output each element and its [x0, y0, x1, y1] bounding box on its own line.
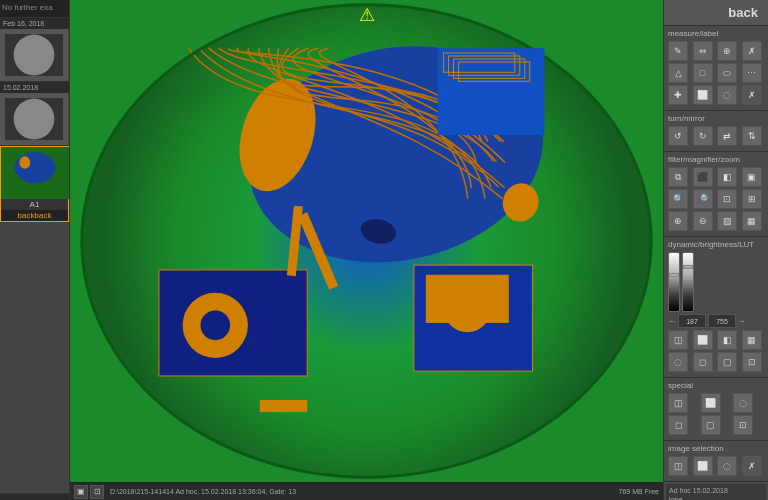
thumb-label-3: A1	[1, 199, 68, 210]
filter-icon-7[interactable]: ⊡	[717, 189, 737, 209]
slider-value-right[interactable]	[708, 314, 736, 328]
thumb-date-1: Feb 16, 2018	[0, 18, 69, 29]
filter-icon-8[interactable]: ⊞	[742, 189, 762, 209]
thumb-canvas-1	[0, 29, 68, 81]
dynamic-icon-5[interactable]: ◌	[668, 352, 688, 372]
measure-icon-12[interactable]: ✗	[742, 85, 762, 105]
dynamic-icon-1[interactable]: ◫	[668, 330, 688, 350]
measure-icon-row-3: ✚ ⬜ ◌ ✗	[668, 85, 764, 105]
slider-value-left[interactable]	[678, 314, 706, 328]
special-icon-3[interactable]: ◌	[733, 393, 753, 413]
filter-icon-12[interactable]: ▦	[742, 211, 762, 231]
special-icon-row-2: ◻ ▢ ⊡	[668, 415, 764, 435]
dynamic-icon-4[interactable]: ▦	[742, 330, 762, 350]
dynamic-icon-6[interactable]: ◻	[693, 352, 713, 372]
dual-slider-row	[668, 252, 764, 312]
filter-icon-5[interactable]: 🔍	[668, 189, 688, 209]
measure-icon-8[interactable]: ⋯	[742, 63, 762, 83]
section-filter: filter/magnifier/zoom ⧉ ⬛ ◧ ▣ 🔍 🔎 ⊡ ⊞ ⊕ …	[664, 152, 768, 237]
slider-left[interactable]	[668, 252, 680, 312]
measure-icon-row-1: ✎ ⇔ ⊕ ✗	[668, 41, 764, 61]
measure-icon-1[interactable]: ✎	[668, 41, 688, 61]
right-panel: back measure/label ✎ ⇔ ⊕ ✗ △ □ ⬭ ⋯ ✚ ⬜ ◌…	[663, 0, 768, 500]
bottom-icon-2[interactable]: ⊡	[90, 485, 104, 499]
special-icon-1[interactable]: ◫	[668, 393, 688, 413]
back-button[interactable]: back	[724, 3, 762, 22]
measure-icon-10[interactable]: ⬜	[693, 85, 713, 105]
dynamic-icon-row-1: ◫ ⬜ ◧ ▦	[668, 330, 764, 350]
special-icon-row-1: ◫ ⬜ ◌	[668, 393, 764, 413]
special-icon-5[interactable]: ▢	[701, 415, 721, 435]
special-icon-6[interactable]: ⊡	[733, 415, 753, 435]
section-measure-title: measure/label	[668, 29, 764, 38]
xray-main-image	[70, 0, 663, 482]
thumb-canvas-2	[0, 93, 68, 145]
xray-canvas-container: ⚠	[70, 0, 663, 482]
section-special: special ◫ ⬜ ◌ ◻ ▢ ⊡	[664, 378, 768, 441]
filter-icon-1[interactable]: ⧉	[668, 167, 688, 187]
measure-icon-11[interactable]: ◌	[717, 85, 737, 105]
main-area: ⚠ ▣ ⊡ D:\2018\215-141414 Ad hoc, 15.02.2…	[70, 0, 663, 500]
filter-icon-row-3: ⊕ ⊖ ▨ ▦	[668, 211, 764, 231]
measure-icon-3[interactable]: ⊕	[717, 41, 737, 61]
filter-icon-11[interactable]: ▨	[717, 211, 737, 231]
image-select-icon-4[interactable]: ✗	[742, 456, 762, 476]
bottom-bar: ▣ ⊡ D:\2018\215-141414 Ad hoc, 15.02.201…	[70, 482, 663, 500]
filter-icon-row-2: 🔍 🔎 ⊡ ⊞	[668, 189, 764, 209]
right-header: back	[664, 0, 768, 26]
measure-icon-4[interactable]: ✗	[742, 41, 762, 61]
warning-icon: ⚠	[359, 4, 375, 26]
turn-icon-1[interactable]: ↺	[668, 126, 688, 146]
dynamic-icon-3[interactable]: ◧	[717, 330, 737, 350]
special-icon-2[interactable]: ⬜	[701, 393, 721, 413]
left-panel: No further exa Feb 16, 2018 15.02.2018 A…	[0, 0, 70, 500]
bottom-icon-1[interactable]: ▣	[74, 485, 88, 499]
measure-icon-6[interactable]: □	[693, 63, 713, 83]
thumbnail-item-1[interactable]: Feb 16, 2018	[0, 18, 69, 82]
filter-icon-9[interactable]: ⊕	[668, 211, 688, 231]
special-icon-4[interactable]: ◻	[668, 415, 688, 435]
slider-arrow-left: ←	[668, 316, 677, 326]
filter-icon-4[interactable]: ▣	[742, 167, 762, 187]
turn-icon-row-1: ↺ ↻ ⇄ ⇅	[668, 126, 764, 146]
section-special-title: special	[668, 381, 764, 390]
dynamic-icon-8[interactable]: ⊡	[742, 352, 762, 372]
dynamic-icon-7[interactable]: ▢	[717, 352, 737, 372]
slider-arrow-right: →	[737, 316, 746, 326]
dynamic-icon-2[interactable]: ⬜	[693, 330, 713, 350]
measure-icon-5[interactable]: △	[668, 63, 688, 83]
section-dynamic: dynamic/brightness/LUT ← → ◫ ⬜ ◧ ▦	[664, 237, 768, 378]
section-turn: turn/mirror ↺ ↻ ⇄ ⇅	[664, 111, 768, 152]
image-select-icon-1[interactable]: ◫	[668, 456, 688, 476]
no-further-text: No further exa	[0, 0, 69, 18]
right-tone-label: tone	[669, 496, 763, 500]
bottom-file-size: 769 MB Free	[619, 488, 659, 495]
right-thumb-label: Ad hoc 15.02.2018	[669, 487, 763, 494]
thumb-sublabel-3: backback	[1, 210, 68, 221]
filter-icon-10[interactable]: ⊖	[693, 211, 713, 231]
bottom-file-path: D:\2018\215-141414 Ad hoc, 15.02.2018 13…	[110, 488, 296, 495]
thumb-date-2: 15.02.2018	[0, 82, 69, 93]
thumb-canvas-3	[1, 147, 69, 199]
thumbnail-item-3[interactable]: A1 backback	[0, 146, 69, 222]
section-dynamic-title: dynamic/brightness/LUT	[668, 240, 764, 249]
left-bottom-info	[0, 493, 69, 500]
filter-icon-2[interactable]: ⬛	[693, 167, 713, 187]
slider-right[interactable]	[682, 252, 694, 312]
turn-icon-4[interactable]: ⇅	[742, 126, 762, 146]
image-selection-icon-row: ◫ ⬜ ◌ ✗	[668, 456, 764, 476]
image-select-icon-3[interactable]: ◌	[717, 456, 737, 476]
slider-left-handle[interactable]	[669, 273, 679, 277]
slider-right-handle[interactable]	[683, 265, 693, 269]
measure-icon-7[interactable]: ⬭	[717, 63, 737, 83]
turn-icon-2[interactable]: ↻	[693, 126, 713, 146]
filter-icon-3[interactable]: ◧	[717, 167, 737, 187]
measure-icon-9[interactable]: ✚	[668, 85, 688, 105]
turn-icon-3[interactable]: ⇄	[717, 126, 737, 146]
section-image-selection: image selection ◫ ⬜ ◌ ✗	[664, 441, 768, 482]
section-filter-title: filter/magnifier/zoom	[668, 155, 764, 164]
image-select-icon-2[interactable]: ⬜	[693, 456, 713, 476]
measure-icon-2[interactable]: ⇔	[693, 41, 713, 61]
filter-icon-6[interactable]: 🔎	[693, 189, 713, 209]
thumbnail-item-2[interactable]: 15.02.2018	[0, 82, 69, 146]
